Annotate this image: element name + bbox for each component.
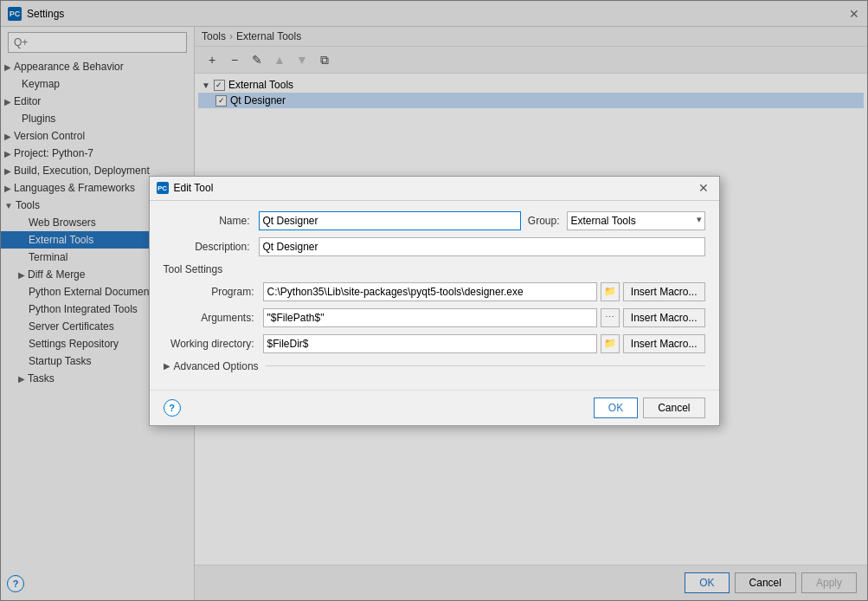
program-insert-macro-button[interactable]: Insert Macro... bbox=[623, 282, 705, 301]
name-group-row: Name: Group: External Tools bbox=[164, 211, 705, 230]
working-dir-input[interactable] bbox=[263, 334, 597, 353]
dialog-overlay: PC Edit Tool ✕ Name: Group: External Too… bbox=[0, 0, 868, 601]
dialog-body: Name: Group: External Tools Description:… bbox=[150, 201, 719, 390]
description-input[interactable] bbox=[259, 237, 705, 256]
name-label: Name: bbox=[164, 215, 259, 227]
program-input[interactable] bbox=[263, 282, 597, 301]
dialog-title-left: PC Edit Tool bbox=[157, 182, 214, 194]
description-row: Description: bbox=[164, 237, 705, 256]
dialog-titlebar: PC Edit Tool ✕ bbox=[150, 177, 719, 201]
arguments-insert-macro-button[interactable]: Insert Macro... bbox=[623, 308, 705, 327]
arguments-input-wrap: ⋯ Insert Macro... bbox=[263, 308, 705, 327]
working-dir-input-wrap: 📁 Insert Macro... bbox=[263, 334, 705, 353]
group-select[interactable]: External Tools bbox=[567, 211, 705, 230]
dialog-close-button[interactable]: ✕ bbox=[695, 181, 712, 195]
program-row: Program: 📁 Insert Macro... bbox=[164, 282, 705, 301]
arguments-expand-button[interactable]: ⋯ bbox=[601, 308, 620, 327]
program-label: Program: bbox=[164, 286, 263, 298]
dialog-ok-button[interactable]: OK bbox=[594, 397, 638, 418]
description-label: Description: bbox=[164, 241, 259, 253]
advanced-label: Advanced Options bbox=[174, 360, 259, 372]
working-dir-label: Working directory: bbox=[164, 338, 263, 350]
advanced-line bbox=[266, 365, 705, 366]
arguments-row: Arguments: ⋯ Insert Macro... bbox=[164, 308, 705, 327]
dialog-app-icon: PC bbox=[157, 182, 169, 194]
dialog-cancel-button[interactable]: Cancel bbox=[643, 397, 704, 418]
tool-settings-label: Tool Settings bbox=[164, 263, 705, 275]
dialog-title: Edit Tool bbox=[174, 182, 214, 194]
group-label: Group: bbox=[528, 215, 560, 227]
arguments-input[interactable] bbox=[263, 308, 597, 327]
group-select-wrapper: External Tools bbox=[567, 211, 705, 230]
edit-tool-dialog: PC Edit Tool ✕ Name: Group: External Too… bbox=[149, 176, 720, 426]
program-input-wrap: 📁 Insert Macro... bbox=[263, 282, 705, 301]
advanced-options-section[interactable]: ▶ Advanced Options bbox=[164, 360, 705, 372]
program-browse-button[interactable]: 📁 bbox=[601, 282, 620, 301]
working-dir-insert-macro-button[interactable]: Insert Macro... bbox=[623, 334, 705, 353]
help-button-dialog[interactable]: ? bbox=[164, 399, 181, 417]
working-dir-browse-button[interactable]: 📁 bbox=[601, 334, 620, 353]
dialog-footer-buttons: OK Cancel bbox=[594, 397, 705, 418]
dialog-footer: ? OK Cancel bbox=[150, 390, 719, 425]
arguments-label: Arguments: bbox=[164, 312, 263, 324]
advanced-arrow: ▶ bbox=[164, 361, 170, 371]
working-dir-row: Working directory: 📁 Insert Macro... bbox=[164, 334, 705, 353]
name-input[interactable] bbox=[259, 211, 521, 230]
